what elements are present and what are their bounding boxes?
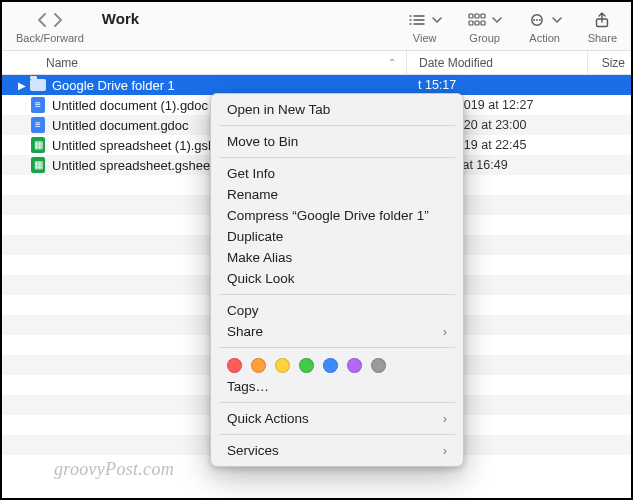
tag-green[interactable] [299, 358, 314, 373]
tag-blue[interactable] [323, 358, 338, 373]
action-group[interactable]: Action [528, 10, 562, 44]
ctx-quick-look[interactable]: Quick Look [211, 268, 463, 289]
table-row[interactable]: ▶ Google Drive folder 1 t 15:17 [2, 75, 631, 95]
ctx-quick-actions[interactable]: Quick Actions › [211, 408, 463, 429]
ctx-open-new-tab[interactable]: Open in New Tab [211, 99, 463, 120]
tag-purple[interactable] [347, 358, 362, 373]
column-size-label: Size [602, 56, 625, 70]
ctx-separator [219, 157, 455, 158]
watermark: groovyPost.com [54, 459, 174, 480]
ctx-label: Copy [227, 303, 259, 318]
ctx-label: Get Info [227, 166, 275, 181]
column-name[interactable]: Name ⌃ [46, 56, 406, 70]
ctx-label: Compress “Google Drive folder 1” [227, 208, 429, 223]
disclosure-triangle-icon[interactable]: ▶ [16, 80, 28, 91]
ctx-label: Make Alias [227, 250, 292, 265]
group-icon [468, 13, 486, 27]
svg-rect-11 [481, 21, 485, 25]
ctx-label: Open in New Tab [227, 102, 330, 117]
ctx-label: Share [227, 324, 263, 339]
view-group[interactable]: View [408, 10, 442, 44]
ctx-label: Move to Bin [227, 134, 298, 149]
tag-orange[interactable] [251, 358, 266, 373]
svg-point-15 [539, 19, 541, 21]
group-group[interactable]: Group [468, 10, 502, 44]
ctx-label: Quick Look [227, 271, 295, 286]
share-group[interactable]: Share [588, 10, 617, 44]
tag-red[interactable] [227, 358, 242, 373]
file-name: Google Drive folder 1 [52, 78, 418, 93]
ctx-copy[interactable]: Copy [211, 300, 463, 321]
column-date[interactable]: Date Modified [406, 51, 587, 74]
back-icon[interactable] [37, 13, 47, 27]
share-label: Share [588, 32, 617, 44]
svg-rect-7 [475, 14, 479, 18]
gdoc-icon: ≡ [30, 117, 46, 133]
column-name-label: Name [46, 56, 78, 70]
share-icon [594, 12, 610, 28]
sort-caret-icon: ⌃ [388, 57, 396, 68]
ctx-label: Quick Actions [227, 411, 309, 426]
column-size[interactable]: Size [587, 51, 631, 74]
ctx-separator [219, 402, 455, 403]
chevron-right-icon: › [443, 325, 447, 339]
toolbar-left: Back/Forward Work [16, 10, 139, 44]
ctx-label: Duplicate [227, 229, 283, 244]
ctx-label: Tags… [227, 379, 269, 394]
window-title: Work [102, 10, 139, 27]
file-date: t 15:17 [418, 78, 631, 92]
column-date-label: Date Modified [419, 56, 493, 70]
gdoc-icon: ≡ [30, 97, 46, 113]
folder-icon [30, 77, 46, 93]
chevron-right-icon: › [443, 444, 447, 458]
chevron-right-icon: › [443, 412, 447, 426]
toolbar-right: View Group Action Share [408, 10, 617, 44]
chevron-down-icon [432, 13, 442, 27]
ctx-label: Rename [227, 187, 278, 202]
svg-point-13 [533, 19, 535, 21]
gsheet-icon: ▦ [30, 157, 46, 173]
ctx-rename[interactable]: Rename [211, 184, 463, 205]
ctx-get-info[interactable]: Get Info [211, 163, 463, 184]
forward-icon[interactable] [53, 13, 63, 27]
ctx-separator [219, 434, 455, 435]
action-icon [528, 13, 546, 27]
chevron-down-icon [552, 13, 562, 27]
ctx-compress[interactable]: Compress “Google Drive folder 1” [211, 205, 463, 226]
ctx-services[interactable]: Services › [211, 440, 463, 461]
ctx-separator [219, 125, 455, 126]
ctx-make-alias[interactable]: Make Alias [211, 247, 463, 268]
chevron-down-icon [492, 13, 502, 27]
ctx-tag-colors [211, 353, 463, 376]
group-label: Group [469, 32, 500, 44]
back-forward-group: Back/Forward [16, 10, 84, 44]
ctx-separator [219, 294, 455, 295]
view-label: View [413, 32, 437, 44]
ctx-duplicate[interactable]: Duplicate [211, 226, 463, 247]
ctx-separator [219, 347, 455, 348]
ctx-tags[interactable]: Tags… [211, 376, 463, 397]
action-label: Action [529, 32, 560, 44]
list-view-icon [408, 13, 426, 27]
column-header: Name ⌃ Date Modified Size [2, 51, 631, 75]
context-menu: Open in New Tab Move to Bin Get Info Ren… [210, 93, 464, 467]
back-forward-label: Back/Forward [16, 32, 84, 44]
gsheet-icon: ▦ [30, 137, 46, 153]
svg-rect-9 [469, 21, 473, 25]
ctx-move-to-bin[interactable]: Move to Bin [211, 131, 463, 152]
ctx-label: Services [227, 443, 279, 458]
tag-grey[interactable] [371, 358, 386, 373]
ctx-share[interactable]: Share › [211, 321, 463, 342]
svg-rect-8 [481, 14, 485, 18]
svg-rect-10 [475, 21, 479, 25]
toolbar: Back/Forward Work View Group Action [2, 2, 631, 51]
tag-yellow[interactable] [275, 358, 290, 373]
svg-rect-6 [469, 14, 473, 18]
svg-point-14 [536, 19, 538, 21]
